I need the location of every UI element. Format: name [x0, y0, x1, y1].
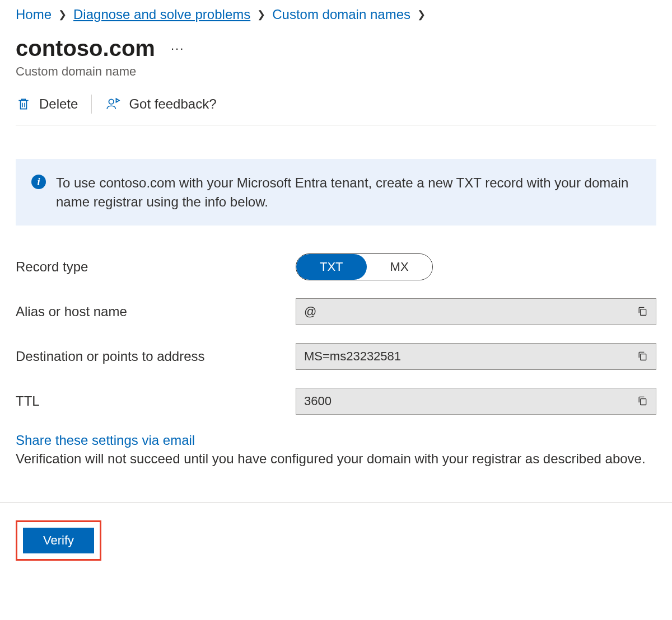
copy-destination-button[interactable]: [631, 345, 654, 368]
copy-icon: [637, 350, 648, 363]
info-banner-text: To use contoso.com with your Microsoft E…: [56, 173, 641, 211]
page-subtitle: Custom domain name: [16, 64, 656, 79]
footer-divider: [0, 502, 672, 502]
share-settings-link[interactable]: Share these settings via email: [16, 433, 195, 448]
destination-label: Destination or points to address: [16, 349, 296, 364]
alias-label: Alias or host name: [16, 304, 296, 320]
svg-rect-3: [641, 398, 646, 405]
page-title: contoso.com: [16, 36, 155, 61]
toolbar-divider: [91, 95, 92, 114]
record-type-mx[interactable]: MX: [367, 254, 432, 280]
ttl-input[interactable]: [296, 394, 631, 408]
delete-button[interactable]: Delete: [16, 96, 78, 112]
destination-field: [296, 343, 656, 370]
verification-hint: Verification will not succeed until you …: [16, 449, 656, 468]
svg-rect-2: [641, 354, 646, 360]
alias-input[interactable]: [296, 304, 631, 319]
chevron-right-icon: ❯: [417, 8, 426, 21]
verify-highlight: Verify: [16, 520, 101, 561]
svg-rect-1: [641, 309, 646, 315]
record-type-label: Record type: [16, 259, 296, 275]
toolbar: Delete Got feedback?: [16, 95, 656, 125]
breadcrumb-diagnose[interactable]: Diagnose and solve problems: [73, 7, 250, 22]
destination-input[interactable]: [296, 349, 631, 364]
breadcrumb: Home ❯ Diagnose and solve problems ❯ Cus…: [16, 7, 656, 22]
record-type-txt[interactable]: TXT: [296, 254, 367, 280]
trash-icon: [16, 96, 31, 112]
delete-button-label: Delete: [39, 96, 78, 112]
feedback-button-label: Got feedback?: [129, 96, 216, 112]
copy-alias-button[interactable]: [631, 300, 654, 323]
breadcrumb-custom-domains[interactable]: Custom domain names: [272, 7, 410, 22]
feedback-icon: [105, 96, 121, 112]
alias-field: [296, 298, 656, 325]
chevron-right-icon: ❯: [257, 8, 265, 21]
info-icon: i: [31, 175, 46, 189]
copy-icon: [637, 306, 648, 318]
breadcrumb-home[interactable]: Home: [16, 7, 52, 22]
chevron-right-icon: ❯: [58, 8, 67, 21]
ttl-field: [296, 388, 656, 415]
copy-icon: [637, 395, 648, 408]
more-menu-button[interactable]: ···: [171, 41, 184, 56]
ttl-label: TTL: [16, 393, 296, 409]
record-type-toggle: TXT MX: [296, 253, 433, 280]
copy-ttl-button[interactable]: [631, 390, 654, 412]
info-banner: i To use contoso.com with your Microsoft…: [16, 159, 656, 226]
verify-button[interactable]: Verify: [23, 528, 94, 553]
feedback-button[interactable]: Got feedback?: [105, 96, 216, 112]
svg-point-0: [109, 99, 114, 104]
